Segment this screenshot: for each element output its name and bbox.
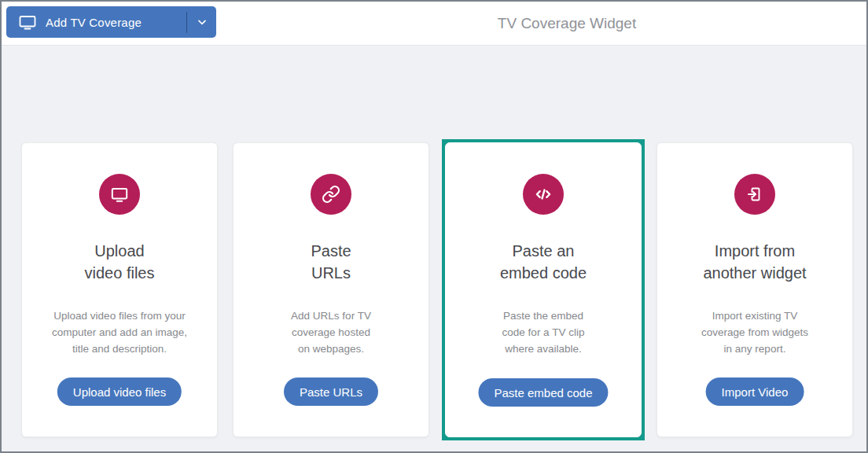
chevron-down-icon bbox=[196, 16, 208, 28]
card-description: Upload video files from your computer an… bbox=[52, 308, 187, 357]
paste-embed-code-button[interactable]: Paste embed code bbox=[478, 378, 608, 407]
card-paste-embed-code[interactable]: Paste an embed code Paste the embed code… bbox=[445, 142, 642, 437]
icon-circle bbox=[311, 174, 351, 215]
card-paste-urls[interactable]: Paste URLs Add URLs for TV coverage host… bbox=[233, 142, 429, 437]
card-description: Paste the embed code for a TV clip where… bbox=[502, 308, 585, 357]
link-icon bbox=[322, 185, 340, 204]
import-icon bbox=[745, 185, 764, 204]
card-title: Import from another widget bbox=[703, 240, 806, 284]
import-video-button[interactable]: Import Video bbox=[706, 378, 804, 406]
selected-card-highlight: Paste an embed code Paste the embed code… bbox=[442, 139, 645, 440]
card-title: Upload video files bbox=[85, 240, 155, 284]
icon-circle bbox=[734, 174, 775, 215]
page-title: TV Coverage Widget bbox=[498, 15, 636, 32]
embed-code-icon bbox=[533, 184, 554, 204]
card-title: Paste URLs bbox=[311, 240, 351, 284]
icon-circle bbox=[523, 174, 564, 215]
add-tv-coverage-button-main[interactable]: Add TV Coverage bbox=[6, 13, 186, 31]
upload-video-files-button[interactable]: Upload video files bbox=[57, 378, 182, 406]
app-window: Add TV Coverage TV Coverage Widget bbox=[0, 0, 868, 453]
monitor-icon bbox=[109, 184, 130, 204]
header-bar: Add TV Coverage TV Coverage Widget bbox=[2, 2, 866, 46]
icon-circle bbox=[99, 174, 140, 215]
paste-urls-button[interactable]: Paste URLs bbox=[284, 378, 378, 406]
add-coverage-dropdown-toggle[interactable] bbox=[187, 6, 216, 38]
card-upload-video-files[interactable]: Upload video files Upload video files fr… bbox=[21, 142, 218, 437]
card-import-from-widget[interactable]: Import from another widget Import existi… bbox=[657, 142, 853, 437]
card-description: Import existing TV coverage from widgets… bbox=[701, 308, 808, 357]
card-description: Add URLs for TV coverage hosted on webpa… bbox=[291, 308, 371, 357]
card-title: Paste an embed code bbox=[500, 240, 587, 284]
main-area: Upload video files Upload video files fr… bbox=[2, 46, 866, 451]
tv-icon bbox=[18, 13, 37, 31]
add-tv-coverage-label: Add TV Coverage bbox=[46, 16, 142, 29]
add-tv-coverage-button[interactable]: Add TV Coverage bbox=[6, 6, 216, 38]
